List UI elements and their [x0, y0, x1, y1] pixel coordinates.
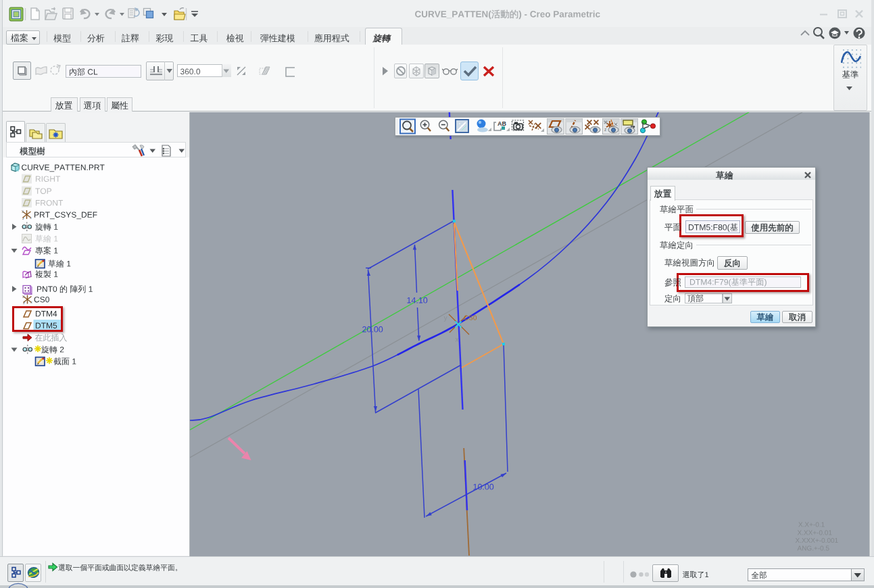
svg-text:x: x [30, 216, 32, 220]
svg-text:y: y [22, 209, 24, 213]
svg-text:z: z [22, 216, 24, 220]
svg-text:AB: AB [497, 120, 506, 127]
svg-text:z: z [23, 301, 25, 305]
svg-text:y: y [22, 294, 24, 298]
svg-text:x: x [30, 300, 32, 304]
svg-text:z: z [604, 127, 606, 132]
